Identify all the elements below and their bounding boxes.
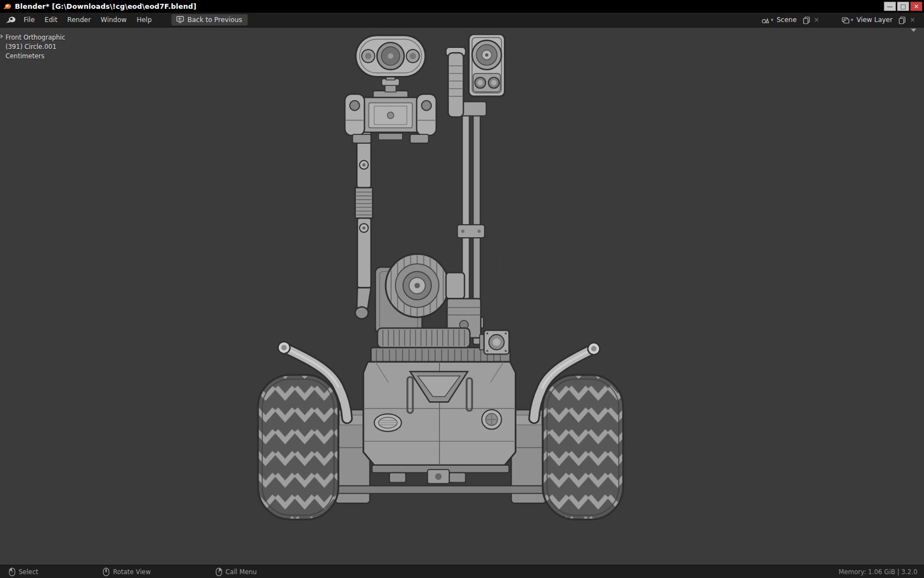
- window-title: Blender* [G:\Downloads\!cg\eod\eod7F.ble…: [15, 2, 196, 10]
- close-button[interactable]: ×: [910, 2, 922, 11]
- status-hint-select: Select: [9, 568, 38, 576]
- viewport-text-overlay: Front Orthographic (391) Circle.001 Cent…: [6, 33, 65, 61]
- titlebar[interactable]: Blender* [G:\Downloads\!cg\eod\eod7F.ble…: [0, 0, 924, 13]
- mouse-left-click-icon: [9, 568, 15, 576]
- remove-view-layer-icon[interactable]: ×: [909, 16, 916, 24]
- robot-chassis: [364, 362, 516, 483]
- region-toggle-arrow-icon[interactable]: [1, 34, 3, 39]
- status-hint-rotate-view: Rotate View: [103, 568, 151, 576]
- robot-model[interactable]: [256, 34, 625, 524]
- back-to-previous-label: Back to Previous: [188, 16, 243, 24]
- scene-name: Scene: [776, 16, 800, 24]
- blender-menu-icon[interactable]: [6, 15, 16, 24]
- header-right-cluster: ▾ Scene × ▾ View Layer: [761, 16, 920, 24]
- new-view-layer-icon[interactable]: [898, 16, 906, 24]
- monitor-back-icon: [176, 15, 184, 24]
- status-hint-label: Select: [19, 568, 38, 576]
- menu-render[interactable]: Render: [62, 14, 96, 25]
- statusbar: Select Rotate View Call Menu Memory: 1.0…: [0, 565, 924, 578]
- mouse-right-click-icon: [216, 568, 222, 576]
- view-name-label: Front Orthographic: [6, 33, 65, 42]
- scene-selector[interactable]: ▾ Scene ×: [761, 16, 820, 24]
- scene-icon: [761, 16, 769, 24]
- menu-window[interactable]: Window: [96, 14, 131, 25]
- status-hint-call-menu: Call Menu: [216, 568, 257, 576]
- memory-version-label: Memory: 1.06 GiB | 3.2.0: [839, 568, 917, 576]
- robot-mast-sensor-box: [480, 330, 509, 354]
- unlink-scene-icon[interactable]: ×: [813, 16, 821, 24]
- chevron-down-icon: ▾: [771, 17, 773, 23]
- chevron-down-icon: ▾: [851, 17, 854, 23]
- menu-edit[interactable]: Edit: [40, 14, 62, 25]
- menu-help[interactable]: Help: [131, 14, 156, 25]
- status-hint-label: Rotate View: [113, 568, 151, 576]
- view-layer-selector[interactable]: ▾ View Layer ×: [842, 16, 916, 24]
- scene-units-label: Centimeters: [6, 52, 65, 61]
- mouse-middle-click-icon: [103, 568, 109, 576]
- blender-window: Blender* [G:\Downloads\!cg\eod\eod7F.ble…: [0, 0, 924, 578]
- back-to-previous-button[interactable]: Back to Previous: [171, 14, 249, 26]
- overlay-collapse-chevron-icon[interactable]: [911, 29, 916, 32]
- view-layer-name: View Layer: [855, 16, 896, 24]
- robot-pan-tilt-bracket: [345, 91, 436, 143]
- minimize-button[interactable]: —: [884, 2, 896, 11]
- new-scene-icon[interactable]: [802, 16, 811, 24]
- status-hint-label: Call Menu: [226, 568, 257, 576]
- maximize-button[interactable]: □: [897, 2, 909, 11]
- blender-app-icon: [3, 2, 12, 11]
- robot-wheel-left: [258, 375, 338, 520]
- menu-file[interactable]: File: [19, 14, 40, 25]
- active-object-label: (391) Circle.001: [6, 42, 65, 52]
- window-controls: — □ ×: [883, 2, 922, 11]
- robot-arm: [355, 131, 373, 319]
- robot-wheel-right: [543, 375, 623, 520]
- 3d-viewport[interactable]: Front Orthographic (391) Circle.001 Cent…: [0, 28, 924, 565]
- topbar: File Edit Render Window Help Back to Pre…: [0, 13, 924, 28]
- robot-sensor-head: [356, 34, 425, 92]
- view-layer-icon: [842, 16, 850, 24]
